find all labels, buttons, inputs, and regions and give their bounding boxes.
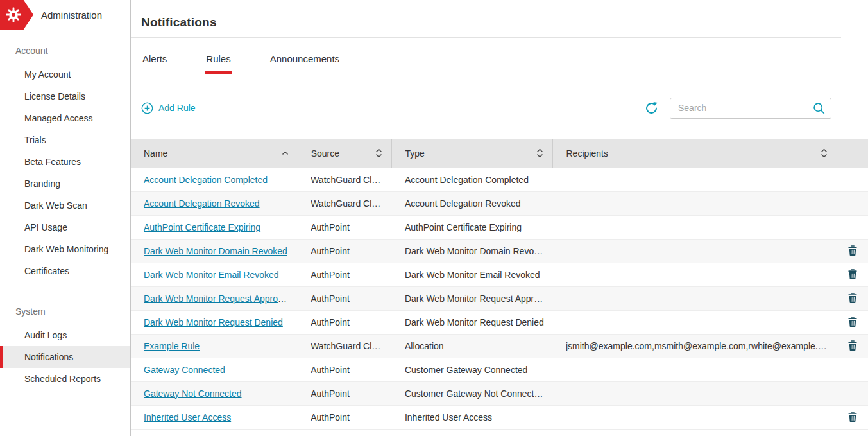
gear-icon	[5, 6, 22, 23]
trash-icon	[848, 295, 857, 305]
name-cell: Dark Web Monitor Email Revoked	[131, 263, 298, 286]
delete-rule-button[interactable]	[846, 244, 860, 257]
sidebar-item-dark-web-scan[interactable]: Dark Web Scan	[0, 195, 130, 216]
column-header-name[interactable]: Name	[131, 139, 298, 168]
trash-icon	[848, 248, 857, 257]
rule-link-account-delegation-revoked[interactable]: Account Delegation Revoked	[144, 198, 260, 209]
sidebar-item-label: Trials	[24, 135, 46, 145]
sidebar-item-managed-access[interactable]: Managed Access	[0, 107, 130, 129]
delete-rule-button[interactable]	[846, 410, 860, 423]
column-header-source[interactable]: Source	[298, 139, 392, 168]
sidebar-header: Administration	[0, 0, 130, 30]
recipients-cell	[553, 405, 837, 429]
source-cell: WatchGuard Cloud	[298, 334, 392, 358]
sort-toggle-icon	[375, 148, 382, 158]
rule-link-dark-web-monitor-email-revoked[interactable]: Dark Web Monitor Email Revoked	[144, 270, 279, 280]
add-rule-button[interactable]: Add Rule	[141, 102, 196, 114]
sidebar-item-dark-web-monitoring[interactable]: Dark Web Monitoring	[0, 238, 130, 260]
table-row: Dark Web Monitor Email RevokedAuthPointD…	[131, 263, 868, 286]
sidebar-item-api-usage[interactable]: API Usage	[0, 216, 130, 238]
search-input[interactable]	[670, 103, 813, 113]
type-cell: Customer Gateway Not Connected	[392, 381, 553, 405]
table-row: Account Delegation RevokedWatchGuard Clo…	[131, 191, 868, 215]
sidebar-item-certificates[interactable]: Certificates	[0, 260, 130, 282]
rule-link-inherited-user-access[interactable]: Inherited User Access	[144, 412, 231, 423]
name-cell: Gateway Not Connected	[131, 381, 298, 405]
refresh-button[interactable]	[645, 101, 658, 115]
rule-link-gateway-not-connected[interactable]: Gateway Not Connected	[144, 388, 242, 399]
rule-link-account-delegation-completed[interactable]: Account Delegation Completed	[144, 175, 268, 185]
source-cell: WatchGuard Cloud	[298, 191, 392, 215]
delete-rule-button[interactable]	[846, 315, 860, 328]
sidebar-item-my-account[interactable]: My Account	[0, 64, 130, 85]
type-cell: Customer Gateway Connected	[392, 358, 553, 381]
plus-circle-icon	[141, 102, 153, 114]
actions-cell	[837, 286, 868, 310]
rule-link-authpoint-certificate-expiring[interactable]: AuthPoint Certificate Expiring	[144, 222, 260, 232]
recipients-cell	[553, 191, 837, 215]
name-cell: Account Delegation Revoked	[131, 191, 298, 215]
actions-cell	[837, 215, 868, 239]
table-header-row: NameSourceTypeRecipients	[131, 139, 868, 168]
add-rule-label: Add Rule	[158, 103, 196, 113]
actions-cell	[837, 334, 868, 358]
source-cell: AuthPoint	[298, 215, 392, 239]
tab-bar: AlertsRulesAnnouncements	[131, 53, 868, 74]
tab-announcements[interactable]: Announcements	[269, 53, 341, 74]
sidebar-item-label: License Details	[24, 91, 85, 101]
rule-link-dark-web-monitor-request-approved[interactable]: Dark Web Monitor Request Approved	[144, 293, 293, 304]
sidebar-item-label: API Usage	[24, 222, 67, 232]
source-cell: AuthPoint	[298, 405, 392, 429]
sidebar-item-branding[interactable]: Branding	[0, 173, 130, 195]
sidebar-item-label: Scheduled Reports	[24, 374, 101, 384]
rule-link-example-rule[interactable]: Example Rule	[144, 341, 200, 351]
sidebar-item-scheduled-reports[interactable]: Scheduled Reports	[0, 368, 130, 390]
source-cell: AuthPoint	[298, 263, 392, 286]
delete-rule-button[interactable]	[846, 268, 860, 281]
sidebar-item-trials[interactable]: Trials	[0, 129, 130, 151]
actions-cell	[837, 310, 868, 334]
search-icon[interactable]	[813, 102, 825, 114]
actions-cell	[837, 405, 868, 429]
sidebar-item-beta-features[interactable]: Beta Features	[0, 151, 130, 173]
type-cell: Dark Web Monitor Domain Revoked	[392, 239, 553, 263]
actions-cell	[837, 168, 868, 191]
administration-logo	[0, 0, 33, 30]
type-cell: Account Delegation Revoked	[392, 191, 553, 215]
rule-link-gateway-connected[interactable]: Gateway Connected	[144, 365, 225, 375]
type-cell: Dark Web Monitor Request Denied	[392, 310, 553, 334]
actions-cell	[837, 239, 868, 263]
source-cell: AuthPoint	[298, 286, 392, 310]
column-header-type[interactable]: Type	[392, 139, 553, 168]
sidebar-item-notifications[interactable]: Notifications	[0, 346, 130, 368]
source-cell: AuthPoint	[298, 381, 392, 405]
tab-alerts[interactable]: Alerts	[141, 53, 168, 74]
trash-icon	[848, 319, 857, 329]
recipients-cell	[553, 381, 837, 405]
recipients-cell	[553, 215, 837, 239]
name-cell: Example Rule	[131, 334, 298, 358]
recipients-cell	[553, 310, 837, 334]
rules-table: NameSourceTypeRecipients Account Delegat…	[131, 139, 868, 430]
table-row: AuthPoint Certificate ExpiringAuthPointA…	[131, 215, 868, 239]
rule-link-dark-web-monitor-domain-revoked[interactable]: Dark Web Monitor Domain Revoked	[144, 246, 287, 256]
column-header-recipients[interactable]: Recipients	[553, 139, 837, 168]
sidebar-item-license-details[interactable]: License Details	[0, 85, 130, 107]
type-cell: Account Delegation Completed	[392, 168, 553, 191]
refresh-icon	[645, 101, 658, 115]
tab-rules[interactable]: Rules	[205, 53, 232, 74]
name-cell: Account Delegation Completed	[131, 168, 298, 191]
type-cell: Inherited User Access	[392, 405, 553, 429]
name-cell: Dark Web Monitor Domain Revoked	[131, 239, 298, 263]
rule-link-dark-web-monitor-request-denied[interactable]: Dark Web Monitor Request Denied	[144, 317, 283, 327]
table-row: Dark Web Monitor Request DeniedAuthPoint…	[131, 310, 868, 334]
app-root: Administration AccountMy AccountLicense …	[0, 0, 868, 436]
table-row: Gateway ConnectedAuthPointCustomer Gatew…	[131, 358, 868, 381]
sidebar-item-label: Branding	[24, 179, 60, 189]
delete-rule-button[interactable]	[846, 292, 860, 304]
delete-rule-button[interactable]	[846, 339, 860, 352]
trash-icon	[848, 272, 857, 281]
recipients-cell	[553, 286, 837, 310]
column-header-actions	[837, 139, 868, 168]
sidebar-item-audit-logs[interactable]: Audit Logs	[0, 324, 130, 346]
